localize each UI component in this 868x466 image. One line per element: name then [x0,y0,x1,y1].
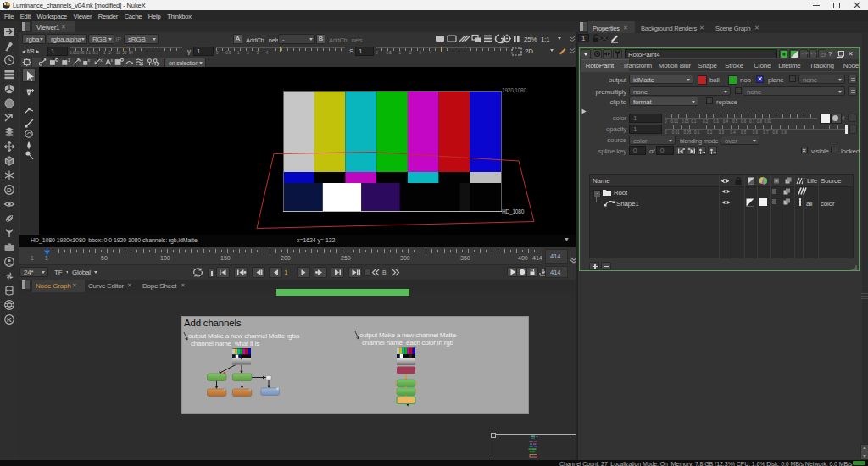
svg-text:x: x [110,58,113,63]
svg-text:K: K [7,316,12,324]
svg-text:x: x [100,58,103,63]
svg-text:D: D [7,186,12,194]
svg-text:x: x [88,58,91,63]
svg-text:B: B [382,269,387,275]
svg-text:1: 1 [68,58,70,63]
svg-text:x: x [79,58,81,63]
